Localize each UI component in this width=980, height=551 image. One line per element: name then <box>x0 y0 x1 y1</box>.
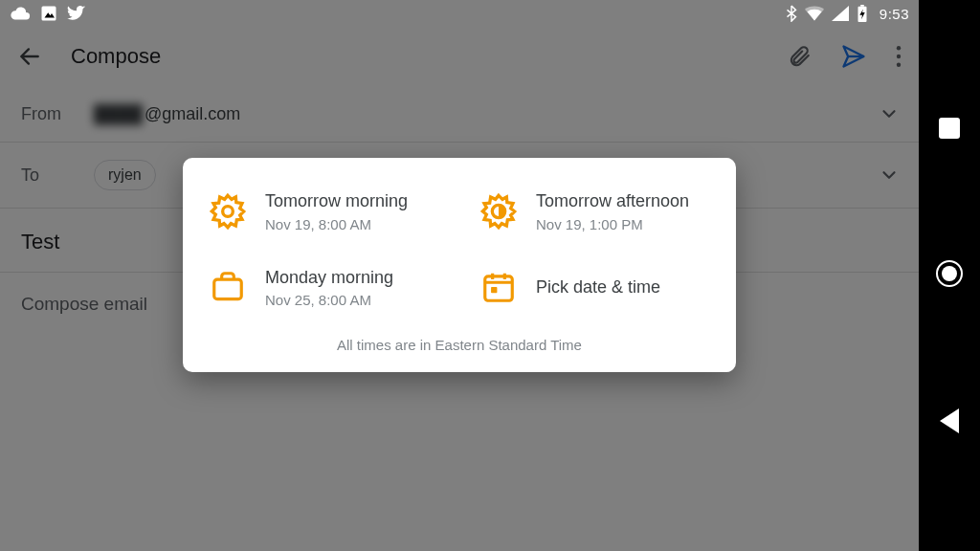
option-tomorrow-afternoon[interactable]: Tomorrow afternoon Nov 19, 1:00 PM <box>459 173 730 250</box>
option-title: Tomorrow morning <box>265 190 408 212</box>
option-tomorrow-morning[interactable]: Tomorrow morning Nov 19, 8:00 AM <box>189 173 459 250</box>
option-sub: Nov 19, 1:00 PM <box>536 216 689 232</box>
option-pick-date-time[interactable]: Pick date & time <box>459 250 730 326</box>
calendar-icon <box>479 267 519 307</box>
option-title: Pick date & time <box>536 276 660 298</box>
cloud-icon <box>10 6 31 21</box>
option-sub: Nov 19, 8:00 AM <box>265 216 408 232</box>
option-title: Monday morning <box>265 267 393 289</box>
status-time: 9:53 <box>880 6 909 22</box>
option-monday-morning[interactable]: Monday morning Nov 25, 8:00 AM <box>189 250 459 326</box>
cell-signal-icon <box>832 6 849 21</box>
nav-back-button[interactable] <box>940 408 959 433</box>
svg-rect-12 <box>491 287 497 293</box>
wifi-icon <box>805 6 824 21</box>
svg-rect-11 <box>485 276 513 300</box>
svg-point-8 <box>223 206 234 216</box>
dialog-footer: All times are in Eastern Standard Time <box>183 329 736 361</box>
option-title: Tomorrow afternoon <box>536 190 689 212</box>
option-sub: Nov 25, 8:00 AM <box>265 292 393 308</box>
twitter-icon <box>67 5 86 22</box>
system-nav-bar <box>919 0 980 551</box>
briefcase-icon <box>208 267 248 307</box>
gallery-icon <box>40 5 57 22</box>
nav-home-button[interactable] <box>936 260 963 287</box>
nav-recent-button[interactable] <box>939 118 960 139</box>
sun-icon <box>208 191 248 231</box>
phone-screen: 9:53 Compose From <box>0 0 919 551</box>
schedule-send-dialog: Tomorrow morning Nov 19, 8:00 AM Tomorro… <box>183 158 736 372</box>
svg-rect-3 <box>860 5 864 7</box>
battery-charging-icon <box>857 5 868 22</box>
bluetooth-icon <box>786 5 797 22</box>
svg-rect-0 <box>42 7 56 21</box>
svg-rect-10 <box>214 279 242 299</box>
half-sun-icon <box>479 191 519 231</box>
status-bar: 9:53 <box>0 0 919 27</box>
